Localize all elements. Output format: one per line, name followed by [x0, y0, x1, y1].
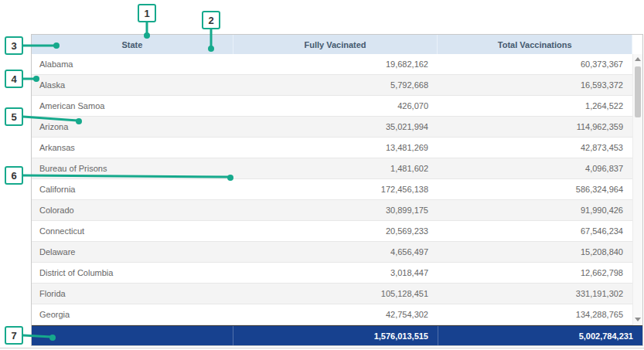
total-vaccinations-cell: 586,324,964 — [438, 179, 632, 199]
fully-vaccinated-cell: 42,754,302 — [233, 304, 438, 325]
fully-vaccinated-cell: 5,792,668 — [233, 75, 438, 95]
column-header-fully-vaccinated[interactable]: Fully Vacinated — [233, 35, 438, 54]
annotation-box-6: 6 — [5, 166, 23, 185]
total-vaccinations-cell: 114,962,359 — [438, 117, 632, 137]
total-vaccinations-cell: 91,990,426 — [438, 200, 632, 220]
vertical-scrollbar[interactable] — [632, 54, 642, 325]
total-vaccinations-cell: 67,546,234 — [438, 221, 632, 241]
fully-vaccinated-cell: 426,070 — [233, 96, 438, 116]
fully-vaccinated-cell: 105,128,451 — [233, 284, 438, 304]
table-row[interactable]: Delaware 4,656,497 15,208,840 — [32, 242, 642, 263]
fully-vaccinated-cell: 19,682,162 — [233, 54, 438, 74]
state-cell: District of Columbia — [32, 263, 233, 283]
annotation-box-4: 4 — [5, 70, 23, 88]
fully-vaccinated-cell: 3,018,447 — [233, 263, 438, 283]
table-row[interactable]: Florida 105,128,451 331,191,302 — [32, 284, 642, 304]
table-row[interactable]: Bureau of Prisons 1,481,602 4,096,837 — [32, 158, 642, 179]
state-cell: California — [32, 179, 233, 199]
total-fully-vaccinated-cell: 1,576,013,515 — [233, 326, 438, 345]
table-row[interactable]: California 172,456,138 586,324,964 — [32, 179, 642, 200]
fully-vaccinated-cell: 1,481,602 — [233, 158, 438, 178]
scrollbar-down-arrow-icon[interactable] — [633, 314, 643, 325]
total-vaccinations-cell: 4,096,837 — [438, 158, 632, 178]
total-vaccinations-cell: 42,873,453 — [438, 138, 632, 158]
column-header-total-vaccinations[interactable]: Total Vaccinations — [437, 35, 632, 54]
table-row[interactable]: Alabama 19,682,162 60,373,367 — [32, 54, 642, 75]
state-cell: Bureau of Prisons — [32, 158, 233, 178]
table-row[interactable]: Alaska 5,792,668 16,593,372 — [32, 75, 642, 96]
scrollbar-up-arrow-icon[interactable] — [633, 54, 643, 65]
screenshot-stage: State Fully Vacinated Total Vaccinations… — [0, 0, 644, 350]
page-bottom-border — [0, 348, 644, 348]
state-cell: Arizona — [32, 117, 233, 137]
fully-vaccinated-cell: 35,021,994 — [233, 117, 438, 137]
column-header-state[interactable]: State — [32, 35, 233, 54]
table-total-row: 1,576,013,515 5,002,784,231 — [32, 325, 642, 345]
total-vaccinations-cell: 60,373,367 — [438, 54, 632, 74]
total-vaccinations-cell: 1,264,522 — [438, 96, 632, 116]
table-row[interactable]: District of Columbia 3,018,447 12,662,79… — [32, 263, 642, 284]
table-row[interactable]: Arkansas 13,481,269 42,873,453 — [32, 138, 642, 158]
state-cell: American Samoa — [32, 96, 233, 116]
table-body: Alabama 19,682,162 60,373,367 Alaska 5,7… — [32, 54, 642, 325]
vaccination-table: State Fully Vacinated Total Vaccinations… — [31, 34, 643, 346]
annotation-box-7: 7 — [5, 326, 23, 345]
annotation-box-3: 3 — [5, 36, 23, 55]
total-total-vaccinations-cell: 5,002,784,231 — [438, 326, 642, 345]
state-cell: Connecticut — [32, 221, 233, 241]
total-vaccinations-cell: 331,191,302 — [438, 284, 632, 304]
table-row[interactable]: Arizona 35,021,994 114,962,359 — [32, 117, 642, 138]
header-scrollbar-spacer — [632, 35, 642, 54]
state-cell: Alaska — [32, 75, 233, 95]
fully-vaccinated-cell: 20,569,233 — [233, 221, 438, 241]
table-row[interactable]: Connecticut 20,569,233 67,546,234 — [32, 221, 642, 242]
table-row[interactable]: Georgia 42,754,302 134,288,765 — [32, 304, 642, 325]
state-cell: Delaware — [32, 242, 233, 262]
table-row[interactable]: American Samoa 426,070 1,264,522 — [32, 96, 642, 117]
fully-vaccinated-cell: 13,481,269 — [233, 138, 438, 158]
annotation-box-5: 5 — [5, 107, 23, 126]
fully-vaccinated-cell: 4,656,497 — [233, 242, 438, 262]
state-cell: Colorado — [32, 200, 233, 220]
total-vaccinations-cell: 134,288,765 — [438, 304, 632, 325]
table-header-row: State Fully Vacinated Total Vaccinations — [32, 35, 642, 54]
annotation-box-1: 1 — [138, 4, 156, 22]
total-label-cell — [32, 326, 233, 345]
state-cell: Georgia — [32, 304, 233, 325]
fully-vaccinated-cell: 172,456,138 — [233, 179, 438, 199]
table-row[interactable]: Colorado 30,899,175 91,990,426 — [32, 200, 642, 221]
state-cell: Alabama — [32, 54, 233, 74]
total-vaccinations-cell: 12,662,798 — [438, 263, 632, 283]
annotation-box-2: 2 — [202, 11, 220, 29]
state-cell: Florida — [32, 284, 233, 304]
total-vaccinations-cell: 16,593,372 — [438, 75, 632, 95]
scrollbar-thumb[interactable] — [635, 66, 641, 117]
state-cell: Arkansas — [32, 138, 233, 158]
total-vaccinations-cell: 15,208,840 — [438, 242, 632, 262]
fully-vaccinated-cell: 30,899,175 — [233, 200, 438, 220]
